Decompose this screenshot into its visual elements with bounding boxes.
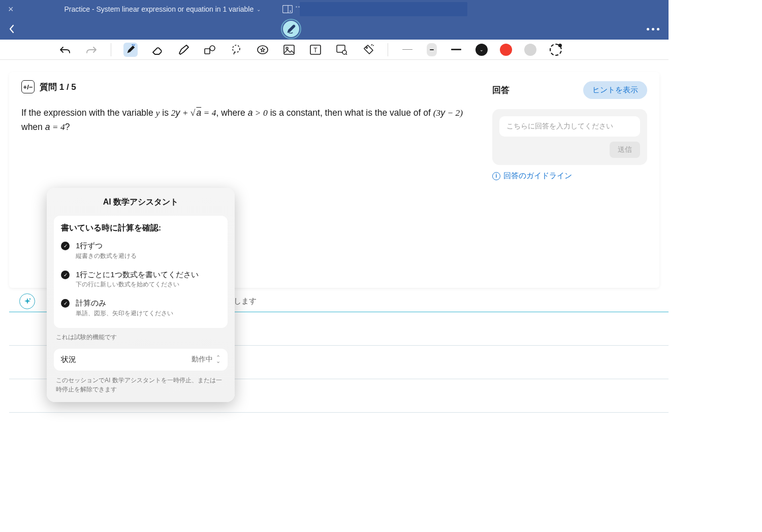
close-icon[interactable]: × — [8, 4, 14, 15]
answer-input[interactable]: こちらに回答を入力してください — [499, 116, 640, 137]
status-label: 状況 — [61, 355, 76, 364]
highlighter-tool-icon[interactable] — [176, 43, 190, 57]
tip-subtitle: 下の行に新しい数式を始めてください — [76, 280, 199, 289]
popup-card-heading: 書いている時に計算を確認: — [61, 223, 220, 234]
q-text-part: ? — [65, 122, 70, 132]
stroke-medium-icon[interactable] — [427, 43, 437, 56]
svg-rect-4 — [205, 49, 210, 54]
tip-subtitle: 単語、図形、矢印を避けてください — [76, 309, 173, 318]
q-text-part: when — [21, 122, 45, 132]
search-image-icon[interactable] — [335, 43, 349, 57]
tip-title: 1行ずつ — [76, 241, 137, 251]
color-grey-icon[interactable] — [524, 44, 536, 56]
q-expr1: 2y + √a = 4 — [171, 108, 216, 118]
check-icon: ✓ — [61, 242, 70, 250]
stroke-thin-icon[interactable] — [400, 43, 415, 57]
pen-tool-icon[interactable] — [123, 43, 138, 57]
app-sub-header — [0, 18, 669, 40]
question-header: +/− 質問 1 / 5 — [21, 80, 478, 93]
image-tool-icon[interactable] — [282, 43, 296, 57]
chevron-down-icon: ⌄ — [257, 7, 261, 12]
send-button[interactable]: 送信 — [610, 142, 640, 158]
hint-button[interactable]: ヒントを表示 — [583, 81, 647, 99]
answer-guidelines-link[interactable]: i 回答のガイドライン — [492, 171, 647, 181]
toolbar-separator — [388, 43, 388, 56]
check-icon: ✓ — [61, 299, 70, 308]
question-counter: 質問 1 / 5 — [40, 81, 76, 93]
app-top-header: × Practice - System linear expression or… — [0, 0, 669, 18]
svg-point-14 — [366, 47, 368, 48]
popup-tip-item: ✓ 1行ずつ 縦書きの数式を避ける — [61, 241, 220, 260]
stroke-thick-icon[interactable] — [449, 43, 463, 57]
check-icon: ✓ — [61, 271, 70, 279]
pen-mode-icon[interactable] — [282, 20, 300, 38]
drawing-toolbar: T ⌄ — [0, 40, 669, 60]
popup-tips-card: 書いている時に計算を確認: ✓ 1行ずつ 縦書きの数式を避ける ✓ 1行ごとに1… — [54, 216, 228, 328]
svg-point-13 — [342, 50, 346, 54]
q-cond: a > 0 — [248, 108, 268, 118]
status-value: 動作中 — [192, 355, 213, 364]
lasso-tool-icon[interactable] — [229, 43, 243, 57]
answer-column: 回答 ヒントを表示 こちらに回答を入力してください 送信 i 回答のガイドライン — [492, 80, 647, 280]
text-tool-icon[interactable]: T — [308, 43, 323, 57]
answer-header: 回答 ヒントを表示 — [492, 80, 647, 99]
send-row: 送信 — [499, 142, 640, 158]
split-view-icon[interactable] — [281, 3, 294, 15]
popup-footer-note: このセッションでAI 数学アシスタントを一時停止、または一時停止を解除できます — [56, 376, 226, 394]
answer-box: こちらに回答を入力してください 送信 — [492, 109, 647, 165]
tip-title: 計算のみ — [76, 298, 173, 308]
redo-icon[interactable] — [84, 43, 99, 57]
q-text-part: , where — [216, 108, 247, 118]
color-red-icon[interactable] — [500, 44, 512, 56]
q-text-part: is a constant, then what is the value of — [268, 108, 423, 118]
work-hint-text: します — [234, 296, 257, 306]
answer-title: 回答 — [492, 84, 510, 96]
eraser-tool-icon[interactable] — [150, 43, 164, 57]
popup-tip-item: ✓ 計算のみ 単語、図形、矢印を避けてください — [61, 298, 220, 318]
tab-bar-region[interactable] — [300, 2, 467, 16]
ai-assistant-popup: AI 数学アシスタント 書いている時に計算を確認: ✓ 1行ずつ 縦書きの数式を… — [47, 188, 235, 402]
svg-point-9 — [286, 47, 288, 49]
q-text-part: If the expression with the variable — [21, 108, 156, 118]
popup-experimental-note: これは試験的機能です — [56, 333, 226, 342]
shapes-tool-icon[interactable] — [203, 43, 217, 57]
q-text-part: is — [160, 108, 171, 118]
updown-icon: ⌃⌄ — [216, 356, 220, 363]
favorites-tool-icon[interactable] — [256, 43, 270, 57]
svg-point-15 — [29, 298, 30, 300]
guidelines-text: 回答のガイドライン — [503, 171, 572, 181]
ai-sparkle-button[interactable] — [19, 293, 35, 309]
tag-tool-icon[interactable] — [361, 43, 375, 57]
document-title[interactable]: Practice - System linear expression or e… — [65, 5, 261, 13]
svg-point-2 — [290, 11, 291, 12]
info-icon: i — [492, 172, 500, 180]
question-badge-icon: +/− — [21, 80, 35, 93]
more-menu-icon[interactable] — [647, 28, 659, 30]
svg-point-6 — [233, 45, 240, 52]
popup-tip-item: ✓ 1行ごとに1つ数式を書いてください 下の行に新しい数式を始めてください — [61, 270, 220, 289]
svg-point-3 — [132, 44, 132, 45]
undo-icon[interactable] — [58, 43, 72, 57]
back-icon[interactable] — [8, 24, 20, 34]
svg-rect-0 — [283, 6, 293, 13]
color-black-icon[interactable]: ⌄ — [475, 44, 488, 56]
tip-subtitle: 縦書きの数式を避ける — [76, 252, 137, 260]
tip-title: 1行ごとに1つ数式を書いてください — [76, 270, 199, 280]
popup-title: AI 数学アシスタント — [54, 197, 228, 208]
svg-point-5 — [210, 46, 215, 51]
popup-status-card[interactable]: 状況 動作中 ⌃⌄ — [54, 349, 228, 371]
color-picker-icon[interactable] — [549, 43, 563, 57]
svg-text:T: T — [313, 47, 318, 54]
q-expr2: (3y − 2) — [433, 108, 463, 118]
status-value-selector[interactable]: 動作中 ⌃⌄ — [192, 355, 220, 364]
q-cond2: a = 4 — [45, 122, 65, 132]
title-text: Practice - System linear expression or e… — [65, 5, 254, 13]
question-text: If the expression with the variable y is… — [21, 106, 478, 134]
svg-rect-8 — [284, 45, 294, 54]
ruled-line — [9, 412, 669, 413]
toolbar-separator — [111, 43, 111, 56]
q-text-part: of — [423, 108, 433, 118]
